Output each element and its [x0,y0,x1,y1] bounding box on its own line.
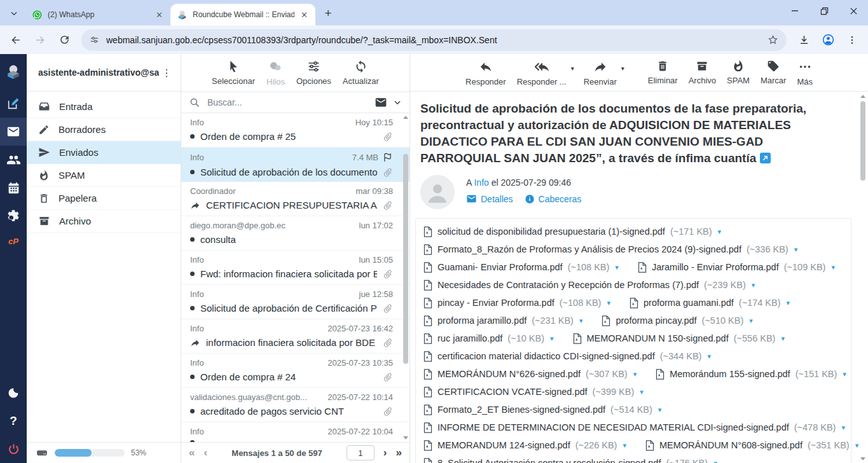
folder-enviados[interactable]: Enviados [27,141,181,164]
attachment-chip[interactable]: MEMORANDUM 124-signed.pdf (~226 KB) ▾ [424,440,626,451]
folder-menu-button[interactable]: ⋮ [159,67,174,79]
attachment-dropdown-caret[interactable]: ▾ [855,441,859,450]
attachment-dropdown-caret[interactable]: ▾ [550,335,554,343]
attachment-dropdown-caret[interactable]: ▾ [713,459,717,463]
threads-button[interactable]: Hilos [266,60,285,86]
browser-menu-button[interactable] [841,29,863,51]
url-text[interactable]: webmail.sanjuan.gob.ec/cpsess7001108393/… [106,35,761,45]
message-view-scrollbar[interactable] [860,95,866,460]
message-list-item[interactable]: Info lun 15:05 Fwd: informacion finacier… [181,251,410,285]
attachment-chip[interactable]: Necesidades de Contratación y Recepción … [424,280,755,291]
attachment-dropdown-caret[interactable]: ▾ [831,263,835,272]
roundcube-logo[interactable] [0,54,27,90]
site-info-icon[interactable] [89,34,100,45]
attachment-chip[interactable]: proforma guamani.pdf (~174 KB) ▾ [630,298,790,308]
dark-mode-button[interactable] [0,379,27,407]
tab-close-icon[interactable]: ✕ [300,10,309,20]
delete-button[interactable]: Eliminar [648,60,678,85]
attachment-dropdown-caret[interactable]: ▾ [623,441,626,450]
headers-link[interactable]: Cabeceras [525,194,582,204]
reply-dropdown-caret[interactable]: ▾ [571,65,574,72]
attachment-chip[interactable]: proforma pincay.pdf (~510 KB) ▾ [602,315,752,326]
attachment-dropdown-caret[interactable]: ▾ [752,281,755,289]
search-options-chevron-icon[interactable] [393,98,402,107]
refresh-button[interactable]: Actualizar [343,60,379,86]
reload-button[interactable] [53,29,75,51]
details-link[interactable]: Detalles [466,193,513,204]
mail-nav-button[interactable] [0,118,27,146]
last-page-button[interactable]: » [396,446,402,459]
message-list-item[interactable]: Info Hoy 10:15 Orden de compra # 25 [181,113,410,148]
folder-papelera[interactable]: Papelera [27,187,181,210]
attachment-chip[interactable]: Formato_8_Razón de Proformas y Análisis … [424,244,797,255]
forward-button[interactable]: Reenviar ▾ [584,60,617,86]
prev-page-button[interactable]: ‹ [203,446,207,459]
message-list-item[interactable]: diego.moran@dpe.gob.ec lun 17:02 consult… [181,216,410,251]
forward-dropdown-caret[interactable]: ▾ [621,65,624,72]
attachment-dropdown-caret[interactable]: ▾ [841,424,845,432]
attachment-dropdown-caret[interactable]: ▾ [843,370,846,378]
message-list-scrollbar[interactable] [403,114,409,441]
attachment-chip[interactable]: pincay - Enviar Proforma.pdf (~108 KB) ▾ [424,298,610,308]
tab-search-button[interactable] [5,4,23,22]
attachment-dropdown-caret[interactable]: ▾ [707,352,711,361]
new-tab-button[interactable]: + [319,4,337,22]
attachment-chip[interactable]: INFORME DE DETERMINACION DE NECESIDAD MA… [424,422,845,433]
message-list-item[interactable]: validaciones.guayas@cnt.gob... 2025-07-2… [181,388,410,422]
close-button[interactable] [839,0,868,22]
logout-button[interactable] [0,435,27,463]
attachment-chip[interactable]: MEMORANDUM N 150-signed.pdf (~556 KB) ▾ [573,333,785,344]
reply-all-button[interactable]: Responder ... ▾ [517,60,567,86]
folder-archivo[interactable]: Archivo [27,210,181,233]
message-list-item[interactable]: Info 2025-07-23 10:35 Orden de compra # … [181,354,410,388]
page-number-input[interactable]: 1 [347,445,375,460]
message-list-item[interactable]: Info 7.4 MB Solicitud de aprobación de l… [181,148,410,182]
next-page-button[interactable]: › [383,446,387,459]
more-button[interactable]: Más [797,60,813,86]
attachment-chip[interactable]: solicitud de disponibilidad presupuestar… [424,226,721,237]
restore-button[interactable] [809,0,839,22]
minimize-button[interactable] [780,0,809,22]
attachment-chip[interactable]: Memorándum 155-signed.pdf (~151 KB) ▾ [656,369,846,380]
attachment-dropdown-caret[interactable]: ▾ [794,245,798,254]
mark-button[interactable]: Marcar [761,60,786,85]
message-list-item[interactable]: Coordinador mar 09:38 CERTIFICACION PRES… [181,182,410,216]
attachment-dropdown-caret[interactable]: ▾ [787,299,790,307]
attachment-dropdown-caret[interactable]: ▾ [633,370,637,378]
attachment-chip[interactable]: MEMORÁNDUM N°626-signed.pdf (~307 KB) ▾ [424,369,637,380]
options-button[interactable]: Opciones [296,60,331,86]
profile-button[interactable] [817,29,839,51]
attachment-chip[interactable]: MEMORÁNDUM N°608-signed.pdf (~351 KB) ▾ [645,440,858,451]
help-button[interactable]: ? [0,407,27,435]
back-button[interactable] [5,29,27,51]
folder-borradores[interactable]: Borradores [27,118,181,141]
attachment-chip[interactable]: proforma jaramillo.pdf (~231 KB) ▾ [424,315,582,326]
archive-button[interactable]: Archivo [689,60,716,85]
contacts-nav-button[interactable] [0,146,27,174]
attachment-chip[interactable]: CERTIFICACION VCATE-signed.pdf (~399 KB)… [424,387,644,397]
select-button[interactable]: Seleccionar [212,60,255,86]
tab-roundcube[interactable]: Roundcube Webmail :: Enviados ✕ [170,4,315,25]
attachment-dropdown-caret[interactable]: ▾ [718,228,722,236]
search-scope-mail-icon[interactable] [375,96,387,109]
compose-button[interactable] [0,90,27,118]
tab-whatsapp[interactable]: (2) WhatsApp ✕ [25,4,170,25]
spam-button[interactable]: SPAM [727,60,750,85]
attachment-dropdown-caret[interactable]: ▾ [781,335,785,343]
attachment-chip[interactable]: Jaramillo - Enviar Proforma.pdf (~109 KB… [638,262,835,273]
message-list-item[interactable]: Info 2025-07-22 10:04 [181,422,410,442]
attachment-chip[interactable]: certificacion material didactico CDI-sig… [424,351,711,362]
folder-entrada[interactable]: Entrada [27,95,181,118]
calendar-nav-button[interactable] [0,174,27,202]
recipient-link[interactable]: Info [474,177,488,188]
settings-nav-button[interactable] [0,202,27,230]
search-input[interactable] [206,97,369,108]
bookmark-star-icon[interactable] [767,34,779,46]
attachment-chip[interactable]: Formato_2_ET Bienes-signed-signed.pdf (~… [424,404,661,415]
attachment-dropdown-caret[interactable]: ▾ [579,317,583,325]
message-list-item[interactable]: Info 2025-07-23 16:42 informacion finaci… [181,319,410,354]
folder-spam[interactable]: SPAM [27,164,181,187]
address-bar[interactable]: webmail.sanjuan.gob.ec/cpsess7001108393/… [81,29,787,51]
downloads-button[interactable] [793,29,815,51]
attachment-chip[interactable]: ruc jaramillo.pdf (~10 KB) ▾ [424,333,554,344]
